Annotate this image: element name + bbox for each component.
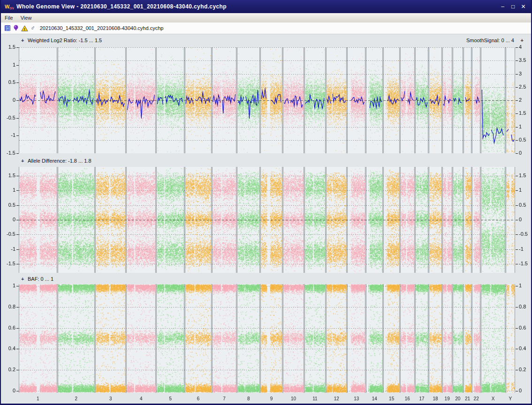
tick-mark [516,220,518,220]
maximize-button[interactable]: □ [509,0,517,13]
chromosome-label: 12 [331,396,342,402]
tick-mark [516,127,518,128]
chromosome-label: 17 [416,396,427,402]
allele-diff-expand-icon[interactable]: + [21,158,24,164]
axis-tick-label: 0.5 [1,202,15,208]
chromosome-label: 9 [266,396,277,402]
smoothsignal-title: SmoothSignal: 0 ... 4 [466,38,514,43]
axis-tick-label: 0.2 [519,367,531,373]
chromosome-label: 1 [32,396,44,402]
titlebar[interactable]: W GV Whole Genome View - 20210630_145332… [1,0,531,13]
tick-mark [516,190,518,191]
axis-tick-label: 0.5 [519,202,531,208]
menubar: File View [1,13,531,23]
chromosome-label: 19 [441,396,453,402]
axis-tick-label: 1 [1,283,15,289]
tick-mark [516,328,518,329]
axis-tick-label: 0.4 [1,345,15,352]
probe-pin-icon[interactable] [13,25,19,31]
tick-mark [516,113,518,114]
axis-tick-label: 2 [519,97,531,103]
chromosome-label: 11 [309,396,320,402]
axis-tick-label: 0.6 [519,325,531,331]
axis-tick-label: 0 [519,150,531,156]
axis-tick-label: -0.5 [1,231,15,237]
axis-tick-label: -1 [1,246,15,252]
axis-tick-label: -1.5 [1,261,15,267]
baf-panel-header: + BAF: 0 ... 1 [1,276,531,283]
axis-tick-label: 1.5 [1,172,15,179]
chromosome-label: 4 [136,396,147,402]
chromosome-label: 7 [219,396,230,402]
minimize-button[interactable]: – [499,0,507,13]
male-gender-icon: ♂ [30,25,35,31]
axis-tick-label: 0.2 [1,367,15,373]
close-button[interactable]: ✕ [519,0,527,13]
axis-tick-label: -0.5 [1,115,15,121]
axis-tick-label: 1.5 [519,172,531,179]
axis-tick-label: 0.4 [519,345,531,352]
axis-tick-label: 3.5 [519,57,531,63]
chromosome-label: 2 [70,396,82,402]
tick-mark [16,153,19,154]
axis-tick-label: 1.5 [519,110,531,116]
tick-mark [516,370,518,370]
tick-mark [516,234,518,235]
axis-tick-label: 4 [519,44,531,50]
chromosome-label: Y [505,396,516,402]
baf-plot[interactable] [19,284,515,393]
axis-tick-label: -1.5 [1,150,15,156]
tick-mark [516,153,518,154]
allele-difference-plot[interactable] [19,167,515,273]
allele-diff-panel-title: Allele Difference: -1.8 ... 1.8 [28,158,91,164]
whole-genome-view-window: W GV Whole Genome View - 20210630_145332… [0,0,532,405]
array-file-icon[interactable] [4,25,11,31]
axis-tick-label: 0.8 [1,304,15,310]
loaded-file-name: 20210630_145332_001_20210608-43040.cyhd.… [40,25,164,31]
log2-expand-icon[interactable]: + [21,38,24,43]
chromosome-label: 8 [243,396,254,402]
tick-mark [516,140,518,141]
allele-diff-panel-header: + Allele Difference: -1.8 ... 1.8 [1,158,531,165]
toolbar: ! ♂ 20210630_145332_001_20210608-43040.c… [1,22,531,34]
smoothsignal-expand-icon[interactable]: + [521,38,524,43]
axis-tick-label: 1 [1,187,15,193]
axis-tick-label: 0 [1,388,15,394]
tick-mark [516,60,518,61]
menu-file[interactable]: File [1,14,17,22]
app-logo-icon: W GV [5,3,14,10]
chromosome-label: 3 [105,396,116,402]
axis-tick-label: 1.5 [1,44,15,50]
chromosome-label: 5 [165,396,176,402]
chromosome-label: 18 [430,396,441,402]
baf-expand-icon[interactable]: + [21,276,24,282]
qc-warning-icon[interactable]: ! [21,25,28,31]
axis-tick-label: -0.5 [519,231,531,237]
tick-mark [516,249,518,250]
menu-view[interactable]: View [17,14,36,22]
chromosome-label: 20 [452,396,464,402]
axis-tick-label: 0 [519,388,531,394]
axis-tick-label: 0.5 [519,137,531,143]
chromosome-label: 16 [402,396,413,402]
axis-tick-label: 3 [519,71,531,77]
axis-tick-label: -1 [1,132,15,138]
chromosome-label: 13 [351,396,362,402]
chromosome-label: 22 [471,396,482,402]
tick-mark [516,286,518,286]
axis-tick-label: 0 [1,217,15,223]
tick-mark [516,74,518,75]
axis-tick-label: 1 [519,283,531,289]
chromosome-label: 14 [369,396,380,402]
log2-ratio-plot[interactable] [19,47,515,153]
axis-tick-label: 0.8 [519,304,531,310]
axis-tick-label: -1.5 [519,261,531,267]
axis-tick-label: 0.5 [1,79,15,85]
log2-panel-header: + Weighted Log2 Ratio: -1.5 ... 1.5 Smoo… [1,38,531,45]
chromosome-label: 10 [288,396,299,402]
axis-tick-label: 0 [1,97,15,103]
window-title: Whole Genome View - 20210630_145332_001_… [16,3,496,10]
chromosome-label: 6 [192,396,204,402]
axis-tick-label: 1 [519,187,531,193]
tick-mark [516,176,518,176]
